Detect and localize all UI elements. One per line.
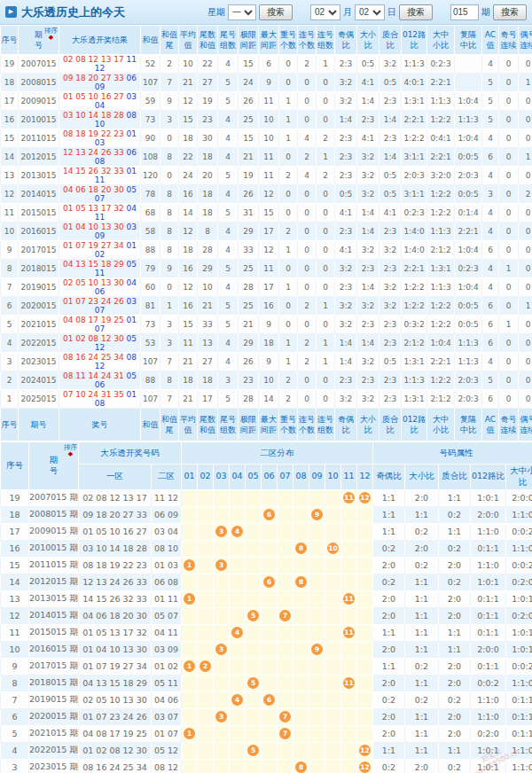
seq-cell: 17: [1, 92, 19, 111]
column-header-number: 06: [262, 465, 278, 490]
stat-cell: 1:1:3: [427, 278, 455, 297]
attr-cell: 0:2:0: [506, 607, 532, 624]
stat-cell: 4: [298, 167, 317, 185]
back-numbers-cell: 04 11: [152, 624, 182, 641]
stat-cell: 18: [259, 334, 279, 353]
number-grid-cell: [246, 523, 262, 540]
number-grid-cell: [246, 641, 262, 658]
stat-cell: 0: [298, 390, 317, 409]
stat-cell: 10: [259, 129, 279, 148]
stat-cell: 60: [141, 278, 160, 297]
stat-cell: 73: [141, 111, 160, 129]
number-grid-cell: [341, 523, 357, 540]
attr-cell: 1:1: [373, 506, 405, 523]
stat-cell: 3:2: [335, 92, 357, 111]
stat-cell: 2:1:2: [427, 390, 455, 409]
table-row: 102016015 期01 04 10 13 3003 09392:01:11:…: [1, 641, 532, 658]
seq-cell: 13: [1, 590, 29, 607]
number-grid-cell: [325, 590, 341, 607]
column-header-label: 质合 比: [379, 410, 401, 440]
issue-cell: 2013015 期: [29, 590, 79, 607]
table-row: 19200701502 08 12 13 17 11 1252210224156…: [1, 55, 532, 74]
number-grid-cell: [325, 725, 341, 742]
stat-cell: 4:0:1: [402, 74, 427, 92]
week-label: 星期: [207, 6, 225, 19]
number-grid-cell: [357, 557, 373, 574]
result-cell: 02 08 12 13 17 11 12: [59, 55, 141, 74]
stat-cell: 5: [218, 204, 239, 223]
number-grid-cell: [214, 725, 230, 742]
attr-cell: 0:2:0: [471, 725, 506, 742]
issue-cell: 2012015: [19, 148, 59, 167]
stat-cell: 107: [141, 74, 160, 92]
stat-cell: 0: [519, 204, 532, 223]
issue-cell: 2017015: [19, 241, 59, 260]
stat-cell: 11: [259, 167, 279, 185]
column-header-issue: 期 号排序◆: [29, 442, 79, 490]
column-header-attributes: 号码属性: [373, 442, 532, 465]
number-grid-cell: [309, 590, 325, 607]
lotto-ball: 4: [231, 694, 243, 706]
number-grid-cell: [309, 574, 325, 590]
date-search-button[interactable]: 搜索: [399, 4, 433, 20]
number-grid-cell: [293, 489, 309, 506]
attr-cell: 0:2: [405, 523, 439, 540]
stat-cell: 29: [198, 260, 218, 278]
number-grid-cell: [357, 506, 373, 523]
stat-cell: 2: [298, 55, 317, 74]
sort-control[interactable]: 排序◆: [44, 27, 58, 42]
stat-cell: 11: [259, 148, 279, 167]
attr-cell: 1:0:1: [471, 574, 506, 590]
issue-input[interactable]: [450, 4, 479, 20]
footer-column-header: 期号: [19, 409, 59, 441]
stat-cell: 3: [160, 334, 179, 353]
number-grid-cell: [309, 523, 325, 540]
week-search-button[interactable]: 搜索: [259, 4, 293, 20]
number-grid-cell: [325, 691, 341, 708]
week-select[interactable]: 一: [228, 4, 256, 20]
number-grid-cell: 1: [182, 725, 198, 742]
number-grid-cell: 10: [325, 540, 341, 557]
stat-cell: 2:3: [379, 390, 402, 409]
stat-cell: 3:2: [379, 55, 402, 74]
stat-cell: 16: [259, 297, 279, 316]
attr-cell: 1:0:1: [471, 489, 506, 506]
table-row: 42022015 期01 02 08 12 3005 125121:11:11:…: [1, 742, 532, 759]
stat-cell: 3:2: [357, 353, 379, 371]
lotto-ball: 5: [247, 745, 259, 756]
seq-cell: 10: [1, 641, 29, 658]
attr-cell: 1:1: [439, 523, 471, 540]
stat-cell: 1: [317, 297, 335, 316]
result-cell: 07 10 24 31 35 01 08: [59, 390, 141, 409]
number-grid-cell: [278, 759, 293, 773]
stat-cell: 0: [298, 278, 317, 297]
back-numbers-cell: 03 04: [152, 523, 182, 540]
sort-arrow-icon: ◆: [49, 35, 53, 42]
stat-cell: 0: [519, 92, 532, 111]
column-header-label: 号码属性: [373, 443, 532, 463]
stat-cell: 0: [499, 111, 519, 129]
number-grid-cell: [246, 658, 262, 675]
stat-cell: 18: [179, 129, 198, 148]
front-numbers-cell: 01 07 23 24 26: [79, 708, 152, 725]
attr-cell: 2:0: [405, 489, 439, 506]
attr-cell: 1:1:0: [506, 540, 532, 557]
number-grid-cell: [357, 574, 373, 590]
issue-search-button[interactable]: 搜索: [493, 4, 527, 20]
table-row: 72019015 期02 05 10 13 3004 06460:20:20:2…: [1, 691, 532, 708]
stat-cell: 5: [482, 371, 499, 390]
number-grid-cell: [357, 523, 373, 540]
column-header-attr: 质合比: [439, 465, 471, 490]
sort-control[interactable]: 排序◆: [64, 444, 77, 458]
stat-cell: 4:1: [357, 74, 379, 92]
seq-cell: 8: [1, 260, 19, 278]
column-header-label: 大中 小比: [427, 27, 454, 53]
result-cell: 01 05 13 17 32 04 11: [59, 204, 141, 223]
number-grid-cell: [357, 624, 373, 641]
day-select[interactable]: 02: [355, 4, 385, 20]
month-select[interactable]: 02: [310, 4, 340, 20]
attr-cell: 2:0: [439, 590, 471, 607]
column-header-result: 大乐透开奖号码: [79, 442, 182, 465]
attr-cell: 1:1: [405, 675, 439, 691]
column-header-label: 极限 间距: [239, 27, 258, 53]
